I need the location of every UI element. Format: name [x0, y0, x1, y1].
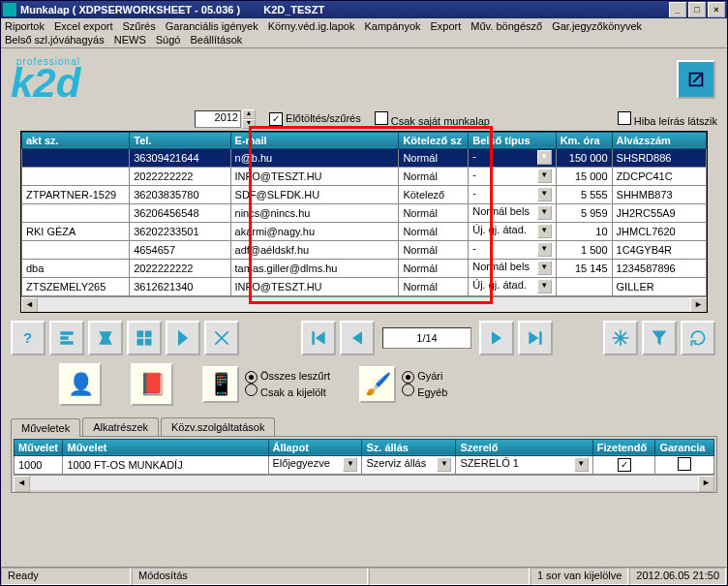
close-button[interactable]: ×	[708, 2, 725, 17]
menu-item[interactable]: Excel export	[54, 20, 113, 32]
table-row[interactable]: 4654657adf@aéldskf.huNormál-▼1 5001C4GYB…	[22, 240, 707, 259]
paint-icon-button[interactable]: 🖌️	[359, 366, 396, 403]
table-row[interactable]: RKI GÉZA36202233501akármi@nagy.huNormálÚ…	[22, 222, 707, 240]
chk-csak-sajat[interactable]: Csak saját munkalap	[375, 111, 490, 127]
menu-item[interactable]: NEWS	[114, 34, 146, 46]
tabs: Műveletek Alkatrészek Közv.szolgáltatáso…	[11, 417, 717, 436]
dropdown-icon[interactable]: ▼	[537, 150, 552, 165]
menu-item[interactable]: Súgó	[156, 34, 181, 46]
logo: professional k2d	[11, 56, 80, 100]
radio-egyeb[interactable]: Egyéb	[402, 386, 447, 398]
menu-item[interactable]: Riportok	[5, 20, 45, 32]
menubar: Riportok Excel export Szűrés Garanciális…	[1, 18, 727, 48]
fizetendo-check[interactable]	[618, 458, 631, 472]
table-row[interactable]: 36309421644n@b.huNormál-▼150 000SHSRD886	[22, 148, 707, 167]
help-button[interactable]: ?	[11, 321, 46, 355]
table-row[interactable]: dba2022222222tamas.giller@dlms.huNormálN…	[22, 259, 707, 277]
tab-kozv[interactable]: Közv.szolgáltatások	[161, 417, 275, 436]
title-b: K2D_TESZT	[263, 4, 324, 15]
tool-3[interactable]	[127, 321, 162, 355]
chk-elotoltes[interactable]: Előtöltés/szűrés	[269, 112, 361, 126]
menu-item[interactable]: Gar.jegyzőkönyvek	[552, 20, 642, 32]
table-row[interactable]: ZTSZEMELY2653612621340INFO@TESZT.HUNormá…	[22, 277, 707, 295]
status-ready: Ready	[1, 568, 131, 585]
logo-big: k2d	[11, 67, 80, 100]
external-icon	[685, 69, 707, 90]
min-button[interactable]: _	[669, 2, 686, 17]
main-grid[interactable]: akt sz.Tel.E-mailKötelező szBelső típusK…	[20, 131, 708, 313]
tab-muveletek[interactable]: Műveletek	[11, 418, 80, 437]
detail-row[interactable]: 1000 1000 FT-OS MUNKADÍJ Előjegyezve▼ Sz…	[15, 455, 714, 474]
toolbar: ? 1/14	[1, 313, 727, 363]
table-row[interactable]: ZTPARTNER-152936203835780SDF@SLFDK.HUKöt…	[22, 185, 707, 203]
status-selection: 1 sor van kijelölve	[531, 568, 628, 585]
menu-item[interactable]: Műv. böngésző	[470, 20, 542, 32]
year-down[interactable]: ▼	[242, 119, 256, 129]
status-timestamp: 2012.06.05 21:50	[629, 568, 726, 585]
book-icon-button[interactable]: 📕	[131, 363, 173, 406]
tool-refresh[interactable]	[681, 321, 715, 355]
person-icon-button[interactable]: 👤	[59, 363, 102, 406]
svg-text:?: ?	[23, 329, 32, 346]
titlebar: Munkalap ( XDPSERWORKSHEET - 05.036 ) K2…	[1, 1, 727, 18]
tool-5[interactable]	[204, 321, 239, 355]
first-button[interactable]	[301, 321, 336, 355]
statusbar: Ready Módosítás 1 sor van kijelölve 2012…	[1, 567, 727, 585]
menu-item[interactable]: Körny.véd.ig.lapok	[268, 20, 355, 32]
table-row[interactable]: 2022222222INFO@TESZT.HUNormál-▼15 000ZDC…	[22, 167, 707, 185]
tab-alkatreszek[interactable]: Alkatrészek	[82, 417, 159, 436]
phone-icon-button[interactable]: 📱	[202, 366, 239, 403]
last-button[interactable]	[518, 321, 553, 355]
prev-button[interactable]	[340, 321, 375, 355]
year-input[interactable]: 2012	[195, 110, 241, 128]
title-a: Munkalap ( XDPSERWORKSHEET - 05.036 )	[20, 4, 240, 15]
tool-4[interactable]	[166, 321, 200, 355]
menu-item[interactable]: Export	[431, 20, 462, 32]
radio-gyari[interactable]: Gyári	[402, 370, 442, 382]
szallas-dropdown[interactable]: ▼	[437, 457, 451, 472]
tool-2[interactable]	[88, 321, 123, 355]
menu-item[interactable]: Beállítások	[190, 34, 242, 46]
external-button[interactable]	[677, 60, 715, 99]
chk-hiba-leiras[interactable]: Hiba leírás látszik	[618, 111, 717, 127]
page-indicator: 1/14	[382, 327, 471, 349]
hscrollbar[interactable]: ◄►	[21, 296, 707, 312]
grid-header[interactable]: akt sz.Tel.E-mailKötelező szBelső típusK…	[22, 132, 707, 148]
detail-hscroll[interactable]: ◄►	[14, 475, 714, 490]
radio-osszes[interactable]: Összes leszűrt	[245, 370, 330, 382]
menu-item[interactable]: Belső szl.jóváhagyás	[5, 34, 105, 46]
garancia-check[interactable]	[678, 457, 691, 471]
radio-csak-kijelolt[interactable]: Csak a kijelölt	[245, 386, 326, 398]
detail-panel: MűveletMűveletÁllapotSz. állásSzerelőFiz…	[11, 436, 717, 493]
menu-item[interactable]: Garanciális igények	[166, 20, 258, 32]
detail-header[interactable]: MűveletMűveletÁllapotSz. állásSzerelőFiz…	[15, 439, 714, 455]
status-mod: Módosítás	[132, 568, 368, 585]
app-icon	[3, 3, 16, 16]
allapot-dropdown[interactable]: ▼	[343, 457, 357, 472]
year-up[interactable]: ▲	[242, 109, 256, 119]
menu-item[interactable]: Kampányok	[364, 20, 420, 32]
tool-zoom[interactable]	[603, 321, 638, 355]
next-button[interactable]	[479, 321, 514, 355]
tool-1[interactable]	[49, 321, 84, 355]
table-row[interactable]: 36206456548nincs@nincs.huNormálNormál be…	[22, 203, 707, 222]
menu-item[interactable]: Szűrés	[123, 20, 156, 32]
tool-filter[interactable]	[642, 321, 677, 355]
max-button[interactable]: □	[688, 2, 706, 17]
szerelo-dropdown[interactable]: ▼	[574, 457, 589, 472]
